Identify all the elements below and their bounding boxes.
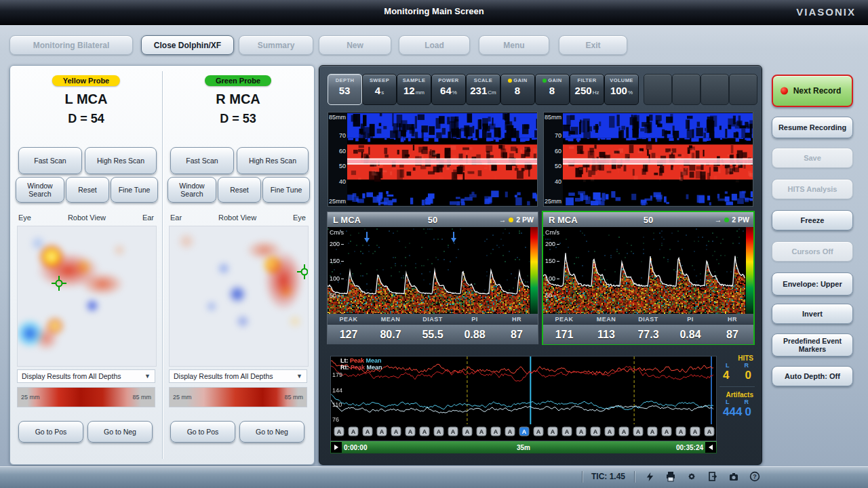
tic-readout: TIC: 1.45: [591, 472, 625, 481]
sweep-param-button[interactable]: SWEEP 4s: [362, 74, 397, 105]
view-label-robot-view: Robot View: [218, 214, 256, 222]
camera-snapshot-icon[interactable]: [728, 470, 740, 483]
heatmap-blobs: [169, 226, 309, 367]
doppler-spectrum-plot[interactable]: Cm/s 200 150 100 50: [328, 227, 538, 314]
param-value: 8: [515, 85, 520, 96]
spectro-depth-value: 50: [428, 215, 437, 225]
fine-tune-button[interactable]: Fine Tune: [262, 177, 310, 203]
left-col-label: L: [726, 399, 730, 405]
depth-results-dropdown[interactable]: Display Results from All Depths ▼: [17, 369, 155, 383]
param-label: GAIN: [548, 77, 561, 83]
param-value: 250: [575, 85, 592, 96]
scroll-right-button[interactable]: [705, 442, 716, 453]
hits-analysis-button[interactable]: HITS Analysis: [772, 179, 853, 199]
y-tick: 150: [545, 258, 559, 264]
cursors-off-button[interactable]: Cursors Off: [772, 241, 853, 262]
go-to-neg-button[interactable]: Go to Neg: [239, 421, 304, 443]
print-icon[interactable]: [665, 470, 677, 483]
probe-column-left: Yellow Probe L MCA D = 54 Fast Scan High…: [10, 66, 162, 464]
high-res-scan-button[interactable]: High Res Scan: [85, 147, 157, 174]
spectrum-canvas[interactable]: [328, 227, 530, 314]
spectrogram-header[interactable]: L MCA 50 → 2 PW: [328, 212, 538, 227]
settings-gear-icon[interactable]: [686, 470, 698, 483]
artifacts-right-count: 0: [745, 405, 751, 419]
trend-y-tick: 110: [332, 401, 342, 408]
range-max-label: 85 mm: [284, 394, 303, 401]
go-to-neg-button[interactable]: Go to Neg: [87, 421, 153, 443]
fine-tune-button[interactable]: Fine Tune: [111, 177, 158, 203]
depth-param-button[interactable]: DEPTH 53: [328, 74, 362, 105]
toolbar-summary[interactable]: Summary: [239, 35, 313, 55]
spectrogram-panel-left: L MCA 50 → 2 PW Cm/s 200 150 100 50 PE: [328, 212, 538, 344]
trend-timebar[interactable]: 0:00:00 35m 00:35:24: [330, 441, 717, 453]
probe-badge-yellow: Yellow Probe: [52, 75, 120, 86]
hits-artifacts-counters: HITS LR 40 Artifacts LR 4440: [719, 354, 755, 455]
auto-depth-button[interactable]: Auto Depth: Off: [772, 366, 853, 386]
probe-connection-icon[interactable]: [644, 470, 656, 483]
go-to-pos-button[interactable]: Go to Pos: [170, 421, 235, 443]
volume-param-button[interactable]: VOLUME 100%: [604, 74, 639, 105]
go-to-pos-button[interactable]: Go to Pos: [18, 421, 83, 443]
view-label-robot-view: Robot View: [68, 214, 106, 222]
trend-y-tick: 144: [332, 387, 342, 394]
mmode-tick: 50: [544, 163, 561, 169]
doppler-spectrum-plot[interactable]: Cm/s 200 150 100 50: [543, 227, 753, 314]
reset-button[interactable]: Reset: [218, 177, 261, 203]
freeze-button[interactable]: Freeze: [772, 210, 853, 230]
export-report-icon[interactable]: [707, 470, 719, 483]
toolbar-close-dolphin[interactable]: Close Dolphin/XF: [141, 35, 234, 55]
spectrum-canvas[interactable]: [543, 227, 745, 314]
trend-plot[interactable]: Lt: Peak Mean Rt: Peak Mean 179 144 110 …: [330, 356, 717, 441]
save-button[interactable]: Save: [772, 148, 853, 168]
robot-view-heatmap[interactable]: [17, 226, 157, 367]
robot-view-heatmap[interactable]: [169, 226, 309, 367]
depth-colorbar: 25 mm 85 mm: [169, 387, 307, 407]
toolbar-exit[interactable]: Exit: [559, 35, 627, 55]
toolbar-menu[interactable]: Menu: [479, 35, 549, 55]
envelope-upper-button[interactable]: Envelope: Upper: [772, 272, 853, 296]
spectro-vessel-label: L MCA: [333, 215, 361, 225]
fast-scan-button[interactable]: Fast Scan: [18, 147, 82, 174]
high-res-scan-button[interactable]: High Res Scan: [237, 147, 309, 174]
window-search-button[interactable]: Window Search: [167, 177, 216, 203]
reset-button[interactable]: Reset: [66, 177, 109, 203]
toolbar-load[interactable]: Load: [399, 35, 470, 55]
trend-canvas[interactable]: [331, 357, 715, 439]
gain-yellow-param-button[interactable]: GAIN 8: [500, 74, 535, 105]
probe-position-crosshair-icon: [297, 264, 309, 279]
m-mode-display-right[interactable]: 85mm 70 60 50 40 25mm: [543, 112, 753, 207]
range-min-label: 25 mm: [173, 394, 192, 401]
mmode-tick: 25mm: [544, 198, 561, 205]
fast-scan-button[interactable]: Fast Scan: [170, 147, 234, 174]
help-icon[interactable]: ?: [749, 470, 761, 483]
left-col-label: L: [726, 362, 730, 369]
filter-param-button[interactable]: FILTER 250Hz: [570, 74, 604, 105]
gain-green-param-button[interactable]: GAIN 8: [535, 74, 570, 105]
dropdown-label: Display Results from All Depths: [174, 372, 273, 380]
range-max-label: 85 mm: [132, 394, 151, 401]
invert-button[interactable]: Invert: [772, 304, 853, 324]
dropdown-label: Display Results from All Depths: [22, 372, 121, 380]
next-record-button[interactable]: Next Record: [772, 75, 853, 107]
empty-param-slot: [729, 74, 757, 105]
power-param-button[interactable]: POWER 64%: [431, 74, 466, 105]
m-mode-display-left[interactable]: 85mm 70 60 50 40 25mm: [328, 112, 538, 207]
stat-value-hr: 87: [711, 329, 753, 341]
param-value: 12: [403, 85, 415, 96]
vessel-title: L MCA: [10, 92, 162, 107]
toolbar-new[interactable]: New: [319, 35, 391, 55]
m-mode-canvas[interactable]: [563, 113, 753, 205]
stat-header-peak: PEAK: [543, 316, 585, 323]
predefined-event-markers-button[interactable]: Predefined Event Markers: [772, 333, 853, 357]
scale-param-button[interactable]: SCALE 231Cm: [466, 74, 500, 105]
resume-recording-button[interactable]: Resume Recording: [772, 117, 853, 138]
spectrogram-header[interactable]: R MCA 50 → 2 PW: [543, 212, 753, 227]
m-mode-canvas[interactable]: [347, 113, 537, 205]
param-label: SAMPLE: [403, 77, 426, 83]
window-search-button[interactable]: Window Search: [16, 177, 64, 203]
toolbar-monitoring-bilateral[interactable]: Monitoring Bilateral: [9, 35, 133, 55]
robot-view-labels: Ear Robot View Eye: [170, 214, 306, 222]
stat-value-pi: 0.84: [669, 329, 711, 341]
depth-results-dropdown[interactable]: Display Results from All Depths ▼: [169, 369, 307, 383]
sample-param-button[interactable]: SAMPLE 12mm: [397, 74, 431, 105]
